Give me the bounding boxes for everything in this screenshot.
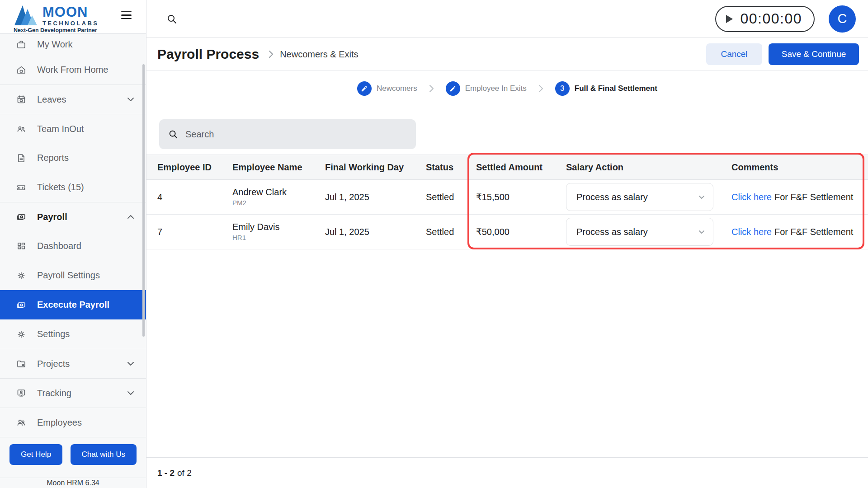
- employee-name: Andrew Clark: [232, 187, 325, 197]
- sidebar-item-projects[interactable]: Projects: [0, 349, 146, 378]
- sidebar-item-label: Team InOut: [37, 124, 84, 134]
- sidebar-help-area: Get Help Chat with Us: [0, 437, 146, 478]
- chevron-down-icon: [127, 97, 134, 102]
- edit-pencil-icon: [357, 81, 372, 96]
- edit-pencil-icon: [446, 81, 460, 96]
- briefcase-icon: [16, 40, 26, 50]
- comment-text: For F&F Settlement: [774, 227, 854, 237]
- column-header: Comments: [731, 162, 868, 173]
- main-area: 00:00:00 C Payroll Process Newcomers & E…: [146, 0, 868, 488]
- sidebar-item-work-from-home[interactable]: Work From Home: [0, 55, 146, 84]
- cancel-button[interactable]: Cancel: [706, 43, 762, 65]
- sidebar-item-settings[interactable]: Settings: [0, 319, 146, 349]
- stepper: Newcomers Employee In Exits 3 Full & Fin…: [146, 71, 868, 106]
- settled-amount: ₹50,000: [476, 226, 566, 237]
- table-row: 4 Andrew Clark PM2 Jul 1, 2025 Settled ₹…: [146, 180, 868, 215]
- table-header-row: Employee ID Employee Name Final Working …: [146, 155, 868, 180]
- comments-cell: Click hereFor F&F Settlement: [731, 192, 868, 202]
- sidebar-item-label: Settings: [37, 329, 70, 339]
- final-working-day: Jul 1, 2025: [325, 227, 426, 237]
- chevron-down-icon: [127, 391, 134, 395]
- employee-name-cell: Emily Davis HR1: [232, 222, 325, 241]
- avatar[interactable]: C: [829, 5, 856, 33]
- sidebar-nav: My Work Work From Home Leaves Team InOut…: [0, 34, 146, 437]
- sidebar-item-tracking[interactable]: Tracking: [0, 378, 146, 408]
- step-newcomers[interactable]: Newcomers: [357, 81, 417, 96]
- sidebar-item-leaves[interactable]: Leaves: [0, 84, 146, 114]
- chat-with-us-button[interactable]: Chat with Us: [71, 444, 137, 465]
- step-employee-in-exits[interactable]: Employee In Exits: [446, 81, 527, 96]
- breadcrumb: Newcomers & Exits: [280, 49, 358, 60]
- sidebar-item-reports[interactable]: Reports: [0, 143, 146, 173]
- column-header: Final Working Day: [325, 162, 426, 173]
- play-icon[interactable]: [726, 15, 733, 23]
- status-value: Settled: [426, 227, 476, 237]
- chevron-right-icon: [429, 84, 434, 93]
- sidebar-item-payroll-settings[interactable]: Payroll Settings: [0, 261, 146, 290]
- sidebar-item-label: Employees: [37, 418, 82, 428]
- sidebar-item-label: My Work: [37, 39, 73, 50]
- settled-amount: ₹15,500: [476, 192, 566, 202]
- search-icon[interactable]: [166, 14, 177, 24]
- sidebar-item-label: Payroll Settings: [37, 270, 100, 281]
- sidebar-item-label: Leaves: [37, 94, 66, 105]
- sidebar-item-label: Dashboard: [37, 241, 81, 251]
- timer-widget[interactable]: 00:00:00: [715, 6, 815, 32]
- team-icon: [16, 124, 26, 134]
- step-label: Full & Final Settlement: [575, 84, 657, 93]
- chevron-right-icon: [538, 84, 543, 93]
- pagination-footer: 1 - 2 of 2: [146, 457, 868, 488]
- sidebar-item-dashboard[interactable]: Dashboard: [0, 231, 146, 261]
- sidebar-item-label: Reports: [37, 153, 69, 163]
- chevron-down-icon: [698, 230, 705, 234]
- get-help-button[interactable]: Get Help: [9, 444, 62, 465]
- timer-value: 00:00:00: [740, 10, 802, 27]
- employee-id: 7: [157, 227, 232, 237]
- sidebar-scrollbar[interactable]: [142, 64, 145, 337]
- sidebar-item-label: Payroll: [37, 212, 67, 222]
- chevron-down-icon: [698, 195, 705, 199]
- chevron-down-icon: [127, 361, 134, 366]
- sidebar-item-payroll[interactable]: Payroll: [0, 202, 146, 231]
- gear-icon: [16, 329, 26, 339]
- salary-action-select[interactable]: Process as salary: [566, 183, 713, 211]
- comments-cell: Click hereFor F&F Settlement: [731, 227, 868, 237]
- logo-block: MOON TECHNOLABS Next-Gen Development Par…: [0, 0, 146, 34]
- chevron-right-icon: [268, 50, 274, 59]
- final-working-day: Jul 1, 2025: [325, 192, 426, 202]
- search-icon: [168, 129, 178, 139]
- content-area: Employee ID Employee Name Final Working …: [146, 106, 868, 457]
- sidebar-item-tickets[interactable]: Tickets (15): [0, 173, 146, 202]
- sidebar-item-label: Tracking: [37, 388, 71, 399]
- save-continue-button[interactable]: Save & Continue: [769, 43, 859, 65]
- fnf-settlement-link[interactable]: Click here: [731, 192, 772, 202]
- gear-icon: [16, 271, 26, 281]
- search-input[interactable]: [185, 129, 407, 140]
- app-version: Moon HRM 6.34: [0, 478, 146, 488]
- salary-action-select[interactable]: Process as salary: [566, 218, 713, 246]
- logo-tagline: Next-Gen Development Partner: [14, 27, 146, 33]
- fnf-settlement-link[interactable]: Click here: [731, 227, 772, 237]
- menu-hamburger-icon[interactable]: [121, 11, 132, 19]
- dashboard-grid-icon: [16, 241, 26, 251]
- sidebar-item-employees[interactable]: Employees: [0, 408, 146, 437]
- sidebar-item-execute-payroll[interactable]: Excecute Payroll: [0, 290, 146, 319]
- employee-name: Emily Davis: [232, 222, 325, 232]
- page-header: Payroll Process Newcomers & Exits Cancel…: [146, 38, 868, 71]
- settlement-table: Employee ID Employee Name Final Working …: [146, 155, 868, 249]
- comment-text: For F&F Settlement: [774, 192, 854, 202]
- step-full-final-settlement[interactable]: 3 Full & Final Settlement: [555, 81, 657, 96]
- calendar-icon: [16, 94, 26, 104]
- sidebar-item-team-inout[interactable]: Team InOut: [0, 114, 146, 143]
- table-search: [159, 119, 416, 149]
- mountain-logo-icon: [14, 4, 40, 26]
- sidebar-item-my-work[interactable]: My Work: [0, 34, 146, 55]
- column-header: Status: [426, 162, 476, 173]
- column-header: Salary Action: [566, 162, 731, 173]
- document-icon: [16, 153, 26, 163]
- step-number-badge: 3: [555, 81, 570, 96]
- step-label: Employee In Exits: [465, 84, 527, 93]
- company-logo[interactable]: MOON TECHNOLABS: [14, 4, 99, 27]
- step-label: Newcomers: [377, 84, 417, 93]
- sidebar: MOON TECHNOLABS Next-Gen Development Par…: [0, 0, 146, 488]
